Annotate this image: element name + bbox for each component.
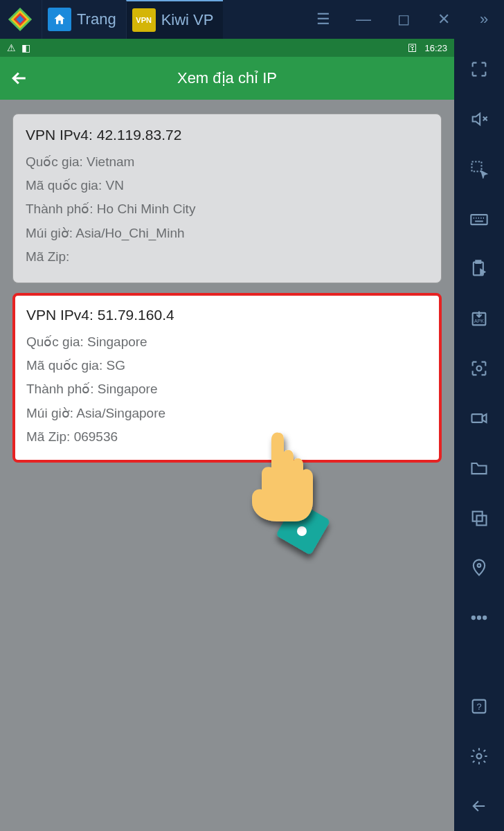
- app-body: VPN IPv4: 42.119.83.72 Quốc gia: Vietnam…: [0, 100, 454, 831]
- warning-icon: ⚠: [7, 42, 16, 53]
- svg-text:?: ?: [476, 702, 481, 712]
- tab-home-label: Trang: [77, 10, 116, 28]
- titlebar: Trang VPN Kiwi VP ☰ — ◻ ✕ »: [0, 0, 504, 39]
- location-icon[interactable]: [465, 547, 493, 589]
- clipboard-play-icon[interactable]: [465, 248, 493, 289]
- tab-app[interactable]: VPN Kiwi VP: [126, 0, 224, 39]
- hamburger-icon[interactable]: ☰: [303, 0, 343, 39]
- status-time: 16:23: [424, 43, 447, 53]
- app-header: Xem địa chỉ IP: [0, 57, 454, 100]
- collapse-sidebar-icon[interactable]: »: [464, 0, 504, 39]
- help-icon[interactable]: ?: [465, 686, 493, 727]
- app-icon: VPN: [132, 8, 156, 32]
- tab-home[interactable]: Trang: [42, 0, 126, 39]
- svg-rect-10: [472, 414, 483, 422]
- home-icon: [48, 8, 71, 31]
- card-row: Múi giờ: Asia/Singapore: [26, 402, 428, 425]
- card-row: Mã quốc gia: SG: [26, 354, 428, 377]
- card-heading: VPN IPv4: 42.119.83.72: [26, 127, 429, 143]
- vpn-key-icon: ⚿: [408, 42, 417, 53]
- emulator-viewport: ⚠ ◧ ⚿ 16:23 Xem địa chỉ IP VPN IPv4: 42.…: [0, 39, 454, 831]
- card-heading: VPN IPv4: 51.79.160.4: [26, 307, 428, 323]
- card-row: Mã Zip:: [26, 245, 429, 269]
- svg-rect-11: [473, 512, 483, 521]
- ip-card-vietnam[interactable]: VPN IPv4: 42.119.83.72 Quốc gia: Vietnam…: [12, 114, 442, 283]
- minimize-button[interactable]: —: [343, 0, 384, 39]
- svg-rect-5: [471, 215, 487, 224]
- card-row: Quốc gia: Vietnam: [26, 150, 429, 174]
- svg-text:APK: APK: [474, 319, 484, 323]
- video-icon[interactable]: [465, 397, 493, 439]
- svg-point-16: [483, 616, 486, 619]
- svg-rect-4: [472, 162, 482, 172]
- maximize-button[interactable]: ◻: [384, 0, 424, 39]
- bluestacks-logo: [6, 5, 35, 34]
- select-icon[interactable]: [465, 148, 493, 190]
- svg-point-13: [478, 564, 481, 567]
- card-row: Mã quốc gia: VN: [26, 174, 429, 197]
- settings-icon[interactable]: [465, 735, 493, 777]
- volume-mute-icon[interactable]: [465, 98, 493, 140]
- svg-point-19: [477, 754, 482, 759]
- svg-rect-12: [477, 516, 487, 526]
- keyboard-icon[interactable]: [465, 198, 493, 240]
- ip-card-singapore[interactable]: VPN IPv4: 51.79.160.4 Quốc gia: Singapor…: [12, 293, 442, 463]
- svg-point-14: [472, 616, 475, 619]
- folder-icon[interactable]: [465, 447, 493, 489]
- android-status-bar: ⚠ ◧ ⚿ 16:23: [0, 39, 454, 57]
- card-row: Múi giờ: Asia/Ho_Chi_Minh: [26, 222, 429, 245]
- copy-icon[interactable]: [465, 497, 493, 539]
- close-button[interactable]: ✕: [424, 0, 464, 39]
- more-icon[interactable]: [465, 597, 493, 638]
- card-row: Mã Zip: 069536: [26, 425, 428, 449]
- card-row: Quốc gia: Singapore: [26, 330, 428, 354]
- tab-app-label: Kiwi VP: [161, 11, 214, 29]
- bluestacks-sidebar: APK ?: [454, 39, 504, 831]
- svg-point-15: [478, 616, 480, 619]
- svg-point-9: [477, 366, 482, 371]
- card-row: Thành phố: Singapore: [26, 377, 428, 401]
- apk-icon[interactable]: APK: [465, 298, 493, 339]
- card-row: Thành phố: Ho Chi Minh City: [26, 197, 429, 221]
- back-icon[interactable]: [465, 785, 493, 827]
- square-icon: ◧: [21, 42, 30, 53]
- window-controls: ☰ — ◻ ✕ »: [303, 0, 504, 39]
- camera-icon[interactable]: [465, 348, 493, 389]
- page-title: Xem địa chỉ IP: [6, 69, 449, 87]
- fullscreen-icon[interactable]: [465, 48, 493, 90]
